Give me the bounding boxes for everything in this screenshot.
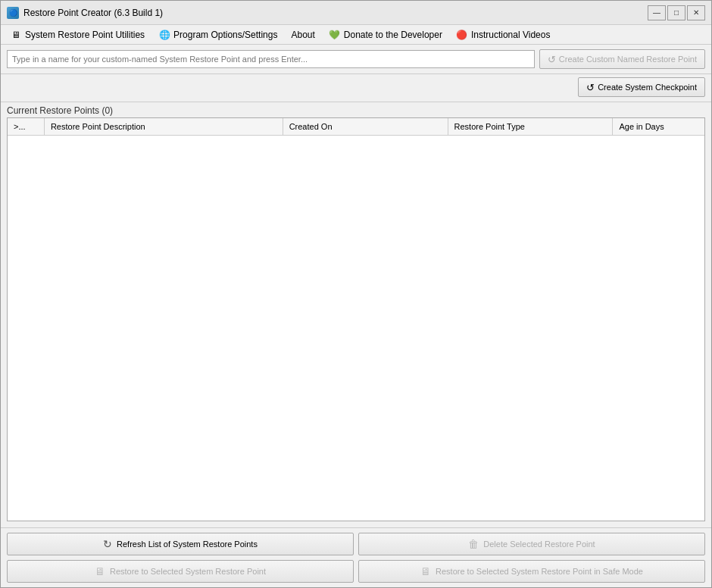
window-controls: — □ ✕ <box>648 5 705 20</box>
top-toolbar: ↺ Create Custom Named Restore Point <box>1 45 711 74</box>
title-bar: 🔵 Restore Point Creator (6.3 Build 1) — … <box>1 1 711 25</box>
col-created-on[interactable]: Created On <box>283 118 448 136</box>
table-header-row: >... Restore Point Description Created O… <box>8 118 704 136</box>
col-expand[interactable]: >... <box>8 118 44 136</box>
minimize-button[interactable]: — <box>648 5 666 20</box>
menu-instructional[interactable]: 🔴 Instructional Videos <box>450 27 557 43</box>
create-custom-button[interactable]: ↺ Create Custom Named Restore Point <box>539 49 705 69</box>
checkpoint-icon: ↺ <box>586 82 595 93</box>
system-restore-icon: 🖥 <box>10 29 22 41</box>
col-description[interactable]: Restore Point Description <box>44 118 283 136</box>
menu-system-restore-label: System Restore Point Utilities <box>25 30 145 40</box>
app-icon: 🔵 <box>7 7 19 19</box>
menu-instructional-label: Instructional Videos <box>471 30 551 40</box>
close-button[interactable]: ✕ <box>687 5 705 20</box>
menu-donate-label: Donate to the Developer <box>344 30 442 40</box>
delete-label: Delete Selected Restore Point <box>483 540 595 549</box>
restore-safe-icon: 🖥 <box>420 565 431 577</box>
restore-button[interactable]: 🖥 Restore to Selected System Restore Poi… <box>7 560 354 583</box>
col-age[interactable]: Age in Days <box>613 118 704 136</box>
refresh-button[interactable]: ↻ Refresh List of System Restore Points <box>7 533 354 555</box>
window-title: Restore Point Creator (6.3 Build 1) <box>23 8 648 18</box>
content-area: Current Restore Points (0) >... Restore … <box>1 102 711 527</box>
donate-icon: 💚 <box>329 29 341 41</box>
restore-label: Restore to Selected System Restore Point <box>110 567 266 576</box>
refresh-icon: ↻ <box>103 538 112 550</box>
restore-icon: 🖥 <box>95 565 105 577</box>
create-checkpoint-button[interactable]: ↺ Create System Checkpoint <box>578 77 705 97</box>
maximize-button[interactable]: □ <box>667 5 685 20</box>
restore-points-table: >... Restore Point Description Created O… <box>8 118 704 136</box>
create-checkpoint-label: Create System Checkpoint <box>598 83 697 92</box>
second-toolbar: ↺ Create System Checkpoint <box>1 74 711 102</box>
menu-program-options-label: Program Options/Settings <box>173 30 277 40</box>
menu-bar: 🖥 System Restore Point Utilities 🌐 Progr… <box>1 25 711 45</box>
menu-system-restore[interactable]: 🖥 System Restore Point Utilities <box>4 27 151 43</box>
instructional-icon: 🔴 <box>456 29 468 41</box>
section-label: Current Restore Points (0) <box>7 102 705 117</box>
create-custom-icon: ↺ <box>548 54 556 65</box>
delete-icon: 🗑 <box>468 538 479 550</box>
restore-points-table-container[interactable]: >... Restore Point Description Created O… <box>7 117 705 521</box>
create-custom-label: Create Custom Named Restore Point <box>559 55 697 64</box>
restore-point-name-input[interactable] <box>7 50 535 68</box>
menu-about[interactable]: About <box>285 27 320 42</box>
delete-button[interactable]: 🗑 Delete Selected Restore Point <box>358 533 705 555</box>
menu-program-options[interactable]: 🌐 Program Options/Settings <box>152 27 283 43</box>
restore-safe-button[interactable]: 🖥 Restore to Selected System Restore Poi… <box>358 560 705 583</box>
menu-about-label: About <box>291 30 314 40</box>
bottom-toolbar: ↻ Refresh List of System Restore Points … <box>1 527 711 587</box>
restore-safe-label: Restore to Selected System Restore Point… <box>436 567 643 576</box>
menu-donate[interactable]: 💚 Donate to the Developer <box>323 27 448 43</box>
main-window: 🔵 Restore Point Creator (6.3 Build 1) — … <box>0 0 712 588</box>
program-options-icon: 🌐 <box>158 29 170 41</box>
refresh-label: Refresh List of System Restore Points <box>117 540 258 549</box>
col-type[interactable]: Restore Point Type <box>448 118 613 136</box>
